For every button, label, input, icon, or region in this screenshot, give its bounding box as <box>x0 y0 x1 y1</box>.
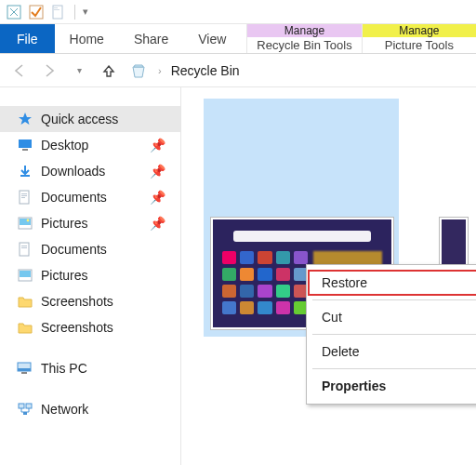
desktop-icon <box>17 137 33 153</box>
documents-icon <box>17 189 33 206</box>
svg-rect-4 <box>54 9 60 10</box>
context-subtab[interactable]: Recycle Bin Tools <box>247 37 361 53</box>
svg-rect-10 <box>21 195 27 196</box>
address-bar: ▾ › Recycle Bin <box>0 54 476 87</box>
context-menu-separator <box>312 299 476 300</box>
sidebar-item-label: Quick access <box>41 112 118 126</box>
sidebar-item-label: Screenshots <box>41 320 113 335</box>
sidebar-item-label: Pictures <box>41 216 88 231</box>
context-label: Manage <box>363 24 476 37</box>
new-doc-icon[interactable] <box>50 4 67 20</box>
sidebar-item-pictures[interactable]: Pictures 📌 <box>0 210 180 236</box>
this-pc-icon <box>17 360 33 377</box>
sidebar-item-label: Downloads <box>41 164 105 179</box>
pictures-icon <box>17 267 33 284</box>
pictures-icon <box>17 215 33 232</box>
up-button[interactable] <box>99 60 119 81</box>
documents-icon <box>17 241 33 258</box>
sidebar-item-label: Pictures <box>41 268 88 283</box>
svg-rect-13 <box>20 219 31 225</box>
svg-rect-15 <box>20 243 29 256</box>
qat-separator <box>74 5 75 20</box>
sidebar-item-pictures-2[interactable]: Pictures <box>0 262 180 288</box>
svg-rect-9 <box>21 193 27 194</box>
pin-icon: 📌 <box>150 164 165 179</box>
sidebar-item-label: This PC <box>41 361 87 376</box>
context-menu: Restore Cut Delete Properties <box>306 264 476 405</box>
sidebar-item-label: Desktop <box>41 138 88 153</box>
breadcrumb[interactable]: Recycle Bin <box>171 63 240 78</box>
svg-rect-23 <box>19 404 24 408</box>
home-tab[interactable]: Home <box>55 24 119 53</box>
pin-icon: 📌 <box>150 190 165 205</box>
context-menu-cut[interactable]: Cut <box>307 303 476 331</box>
recycle-bin-icon <box>128 60 149 81</box>
sidebar-this-pc[interactable]: This PC <box>0 355 180 381</box>
svg-rect-16 <box>21 246 27 246</box>
sidebar-network[interactable]: Network <box>0 396 180 422</box>
sidebar-item-documents[interactable]: Documents 📌 <box>0 184 180 210</box>
sidebar-item-desktop[interactable]: Desktop 📌 <box>0 132 180 158</box>
properties-check-icon[interactable] <box>28 4 45 20</box>
svg-rect-11 <box>21 197 25 198</box>
svg-rect-21 <box>18 368 31 371</box>
view-tab[interactable]: View <box>183 24 241 53</box>
forward-button[interactable] <box>39 60 60 81</box>
sidebar-item-label: Network <box>41 402 88 417</box>
context-tab-picture[interactable]: Manage Picture Tools <box>362 24 476 53</box>
downloads-icon <box>17 163 33 179</box>
svg-rect-19 <box>20 271 31 277</box>
content-pane[interactable]: Restore Cut Delete Properties <box>181 87 476 465</box>
pin-icon: 📌 <box>150 216 165 231</box>
sidebar-item-documents-2[interactable]: Documents <box>0 236 180 262</box>
folder-icon <box>17 319 33 336</box>
context-menu-restore[interactable]: Restore <box>307 269 476 297</box>
svg-rect-22 <box>21 372 27 374</box>
app-icon <box>6 4 22 20</box>
sidebar-item-label: Documents <box>41 190 107 205</box>
context-menu-separator <box>312 368 476 369</box>
sidebar-quick-access[interactable]: Quick access <box>0 106 180 132</box>
svg-rect-17 <box>21 247 27 248</box>
file-tab[interactable]: File <box>0 24 55 53</box>
context-menu-delete[interactable]: Delete <box>307 338 476 365</box>
svg-point-14 <box>27 219 30 222</box>
sidebar-item-screenshots-2[interactable]: Screenshots <box>0 314 180 340</box>
qat-dropdown-icon[interactable]: ▾ <box>83 6 88 18</box>
star-icon <box>17 111 33 127</box>
context-menu-separator <box>312 334 476 335</box>
breadcrumb-separator-icon: › <box>158 65 162 76</box>
folder-icon <box>17 293 33 310</box>
sidebar-item-label: Screenshots <box>41 294 113 309</box>
quick-access-toolbar: ▾ <box>0 0 476 24</box>
svg-rect-25 <box>23 412 27 415</box>
sidebar-item-screenshots[interactable]: Screenshots <box>0 288 180 314</box>
main-area: Quick access Desktop 📌 Downloads 📌 Docum… <box>0 87 476 465</box>
sidebar-item-label: Documents <box>41 242 107 257</box>
sidebar-item-downloads[interactable]: Downloads 📌 <box>0 158 180 184</box>
context-tab-recycle[interactable]: Manage Recycle Bin Tools <box>246 24 361 53</box>
navigation-pane: Quick access Desktop 📌 Downloads 📌 Docum… <box>0 87 181 465</box>
back-button[interactable] <box>9 60 30 81</box>
svg-rect-24 <box>26 404 32 408</box>
ribbon-tabs: File Home Share View Manage Recycle Bin … <box>0 24 476 54</box>
pin-icon: 📌 <box>150 138 165 153</box>
svg-rect-3 <box>54 7 58 8</box>
network-icon <box>17 401 33 418</box>
share-tab[interactable]: Share <box>119 24 183 53</box>
context-label: Manage <box>247 24 361 37</box>
svg-rect-7 <box>20 175 30 177</box>
recent-dropdown-icon[interactable]: ▾ <box>69 60 89 81</box>
svg-rect-6 <box>22 149 28 151</box>
context-menu-properties[interactable]: Properties <box>307 372 476 400</box>
svg-rect-5 <box>19 140 32 148</box>
context-subtab[interactable]: Picture Tools <box>363 37 476 53</box>
